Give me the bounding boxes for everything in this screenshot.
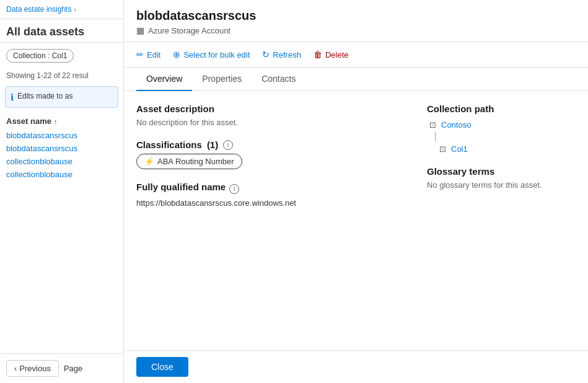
- info-banner: ℹ Edits made to as: [5, 86, 118, 108]
- detail-header: blobdatascansrscus ▦ Azure Storage Accou…: [124, 0, 588, 42]
- glossary-title: Glossary terms: [427, 166, 576, 177]
- bottom-bar: Close: [124, 350, 588, 383]
- tab-contacts[interactable]: Contacts: [252, 68, 305, 91]
- collection-filter: Collection : Col1: [6, 49, 117, 63]
- storage-icon: ▦: [136, 25, 144, 35]
- breadcrumb-chevron: ›: [74, 6, 76, 13]
- asset-description-title: Asset description: [136, 103, 402, 114]
- collection-path-title: Collection path: [427, 103, 576, 114]
- delete-label: Delete: [325, 50, 349, 59]
- asset-description-text: No description for this asset.: [136, 118, 402, 127]
- list-item[interactable]: collectionblobause: [6, 157, 117, 166]
- list-item[interactable]: blobdatascansrscus: [6, 131, 117, 140]
- tree-item-col1: ⊡ Col1: [427, 144, 576, 154]
- tree-line: [435, 132, 436, 141]
- breadcrumb[interactable]: Data estate insights ›: [0, 0, 123, 19]
- edit-icon: ✏: [136, 50, 144, 59]
- detail-main: Asset description No description for thi…: [136, 103, 402, 338]
- left-panel: Data estate insights › All data assets C…: [0, 0, 124, 383]
- previous-button[interactable]: ‹ Previous: [6, 360, 59, 377]
- showing-text: Showing 1-22 of 22 resul: [0, 69, 123, 82]
- tabs: Overview Properties Contacts: [124, 68, 588, 91]
- info-banner-text: Edits made to as: [17, 92, 72, 100]
- fqn-section: Fully qualified name i https://blobdatas…: [136, 182, 402, 208]
- fqn-info-icon: i: [229, 184, 239, 194]
- detail-body: Asset description No description for thi…: [124, 91, 588, 350]
- list-item[interactable]: collectionblobause: [6, 170, 117, 179]
- refresh-button[interactable]: ↻ Refresh: [262, 48, 301, 61]
- bolt-icon: ⚡: [144, 157, 154, 166]
- asset-name-label: Asset name: [6, 117, 51, 126]
- previous-label: Previous: [19, 364, 51, 373]
- classifications-info-icon: i: [223, 140, 233, 150]
- tab-overview[interactable]: Overview: [136, 68, 192, 91]
- asset-list-header: Asset name ↑: [0, 112, 123, 128]
- classification-tag-label: ABA Routing Number: [157, 157, 234, 166]
- select-bulk-label: Select for bulk edit: [183, 50, 250, 59]
- asset-list: blobdatascansrscus blobdatascansrscus co…: [0, 128, 123, 182]
- collection-badge[interactable]: Collection : Col1: [6, 49, 74, 63]
- asset-type: ▦ Azure Storage Account: [136, 25, 576, 35]
- tree-connector: [427, 132, 576, 141]
- classifications-count: (1): [207, 139, 218, 150]
- tree-item-contoso: ⊡ Contoso: [427, 120, 576, 130]
- glossary-text: No glossary terms for this asset.: [427, 180, 576, 190]
- edit-label: Edit: [147, 50, 160, 59]
- pagination: ‹ Previous Page: [0, 353, 123, 383]
- asset-type-label: Azure Storage Account: [148, 26, 230, 35]
- fqn-value: https://blobdatascansrscus.core.windows.…: [136, 198, 402, 208]
- close-button[interactable]: Close: [136, 357, 188, 377]
- collection-tree: ⊡ Contoso ⊡ Col1: [427, 120, 576, 154]
- classifications-section: Classifications (1) i ⚡ ABA Routing Numb…: [136, 139, 402, 182]
- asset-description-section: Asset description No description for thi…: [136, 103, 402, 127]
- collection-link-contoso[interactable]: Contoso: [441, 120, 471, 130]
- asset-title: blobdatascansrscus: [136, 9, 576, 23]
- refresh-icon: ↻: [262, 50, 270, 59]
- right-panel: blobdatascansrscus ▦ Azure Storage Accou…: [124, 0, 588, 383]
- detail-side: Collection path ⊡ Contoso ⊡ Col1 Glossar…: [427, 103, 576, 338]
- classifications-title: Classifications: [136, 139, 202, 150]
- sort-arrow-icon[interactable]: ↑: [54, 118, 58, 125]
- collection-icon: ⊡: [429, 120, 436, 130]
- list-item[interactable]: blobdatascansrscus: [6, 144, 117, 153]
- breadcrumb-link[interactable]: Data estate insights: [6, 5, 71, 14]
- refresh-label: Refresh: [273, 50, 301, 59]
- edit-button[interactable]: ✏ Edit: [136, 48, 160, 61]
- tab-properties[interactable]: Properties: [192, 68, 252, 91]
- delete-icon: 🗑: [314, 50, 322, 59]
- glossary-section: Glossary terms No glossary terms for thi…: [427, 166, 576, 190]
- bulk-edit-icon: ⊕: [173, 50, 180, 59]
- classification-tag: ⚡ ABA Routing Number: [136, 154, 242, 169]
- fqn-title: Fully qualified name: [136, 182, 226, 192]
- collection-icon-child: ⊡: [439, 144, 446, 154]
- info-icon: ℹ: [11, 92, 14, 102]
- toolbar: ✏ Edit ⊕ Select for bulk edit ↻ Refresh …: [124, 42, 588, 68]
- collection-link-col1[interactable]: Col1: [451, 144, 468, 154]
- page-label: Page: [64, 364, 82, 373]
- select-bulk-button[interactable]: ⊕ Select for bulk edit: [173, 48, 250, 61]
- delete-button[interactable]: 🗑 Delete: [314, 48, 349, 61]
- page-title: All data assets: [0, 19, 123, 43]
- chevron-left-icon: ‹: [14, 364, 17, 373]
